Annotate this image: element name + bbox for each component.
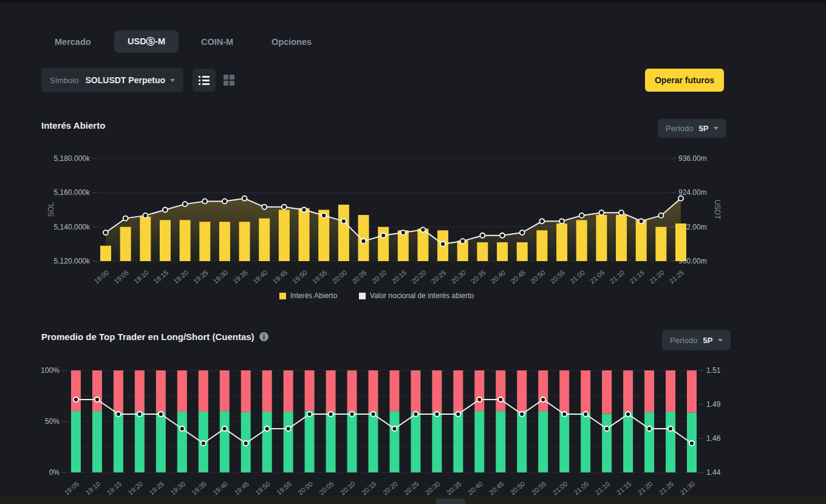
- svg-text:19:15: 19:15: [152, 268, 169, 285]
- period-value: 5P: [699, 124, 709, 133]
- top-trader-period-select[interactable]: Período 5P: [662, 330, 731, 350]
- svg-text:5,120.000k: 5,120.000k: [54, 257, 90, 265]
- svg-text:20:25: 20:25: [430, 268, 448, 285]
- top-trader-chart[interactable]: 100%50%0%1.511.491.461.4419:0519:1019:15…: [0, 361, 753, 504]
- legend-item-open-interest[interactable]: Interés Abierto: [279, 291, 337, 300]
- symbol-select[interactable]: Símbolo SOLUSDT Perpetuo: [41, 68, 183, 92]
- x-axis-labels: 19:0019:0519:1019:1519:2019:2519:3019:35…: [92, 268, 685, 285]
- trade-futures-button[interactable]: Operar futuros: [645, 69, 724, 92]
- svg-text:20:20: 20:20: [381, 480, 399, 496]
- tab-opciones[interactable]: Opciones: [271, 30, 312, 53]
- svg-text:19:35: 19:35: [231, 268, 249, 285]
- notional-area: [106, 199, 681, 261]
- svg-text:19:25: 19:25: [148, 480, 165, 496]
- svg-text:20:45: 20:45: [509, 268, 527, 285]
- legend-swatch-yellow: [279, 293, 286, 299]
- open-interest-title-text: Interés Abierto: [41, 120, 105, 131]
- tab-mercado[interactable]: Mercado: [55, 30, 91, 53]
- svg-text:21:25: 21:25: [667, 268, 685, 285]
- top-trader-title-text: Promedio de Top Trader en Long/Short (Cu…: [41, 332, 254, 342]
- period-value: 5P: [703, 336, 713, 345]
- svg-text:19:15: 19:15: [105, 480, 123, 496]
- svg-text:20:05: 20:05: [318, 480, 335, 496]
- svg-text:19:55: 19:55: [275, 480, 293, 496]
- svg-text:1.51: 1.51: [706, 366, 721, 375]
- svg-text:20:00: 20:00: [296, 480, 314, 496]
- svg-text:1.49: 1.49: [706, 400, 721, 409]
- svg-text:20:40: 20:40: [466, 480, 484, 496]
- chevron-down-icon: [714, 127, 718, 130]
- svg-text:21:25: 21:25: [658, 480, 675, 496]
- svg-text:1.44: 1.44: [706, 468, 721, 477]
- svg-text:20:55: 20:55: [530, 480, 548, 496]
- svg-text:50%: 50%: [45, 417, 60, 426]
- svg-text:20:40: 20:40: [490, 268, 507, 285]
- svg-text:20:50: 20:50: [509, 480, 527, 496]
- svg-text:19:50: 19:50: [254, 480, 271, 496]
- info-icon[interactable]: [259, 332, 268, 341]
- info-glyph: [261, 334, 267, 339]
- svg-text:21:20: 21:20: [648, 268, 666, 285]
- next-section-peek: [0, 495, 826, 504]
- svg-text:19:25: 19:25: [192, 268, 210, 285]
- legend-label: Valor nocional de interés abierto: [370, 291, 474, 300]
- period-label: Período: [670, 336, 698, 345]
- period-label: Período: [666, 124, 694, 133]
- svg-text:19:05: 19:05: [63, 480, 80, 496]
- svg-text:20:30: 20:30: [449, 268, 467, 285]
- svg-text:20:15: 20:15: [390, 268, 408, 285]
- svg-text:20:25: 20:25: [403, 480, 420, 496]
- svg-text:1.46: 1.46: [706, 434, 721, 443]
- svg-text:19:20: 19:20: [126, 480, 144, 496]
- svg-text:19:10: 19:10: [84, 480, 101, 496]
- svg-text:21:20: 21:20: [637, 480, 654, 496]
- svg-text:19:45: 19:45: [271, 268, 288, 285]
- symbol-label: Símbolo: [50, 76, 79, 85]
- svg-text:20:35: 20:35: [445, 480, 463, 496]
- grid-view-button[interactable]: [220, 72, 237, 89]
- open-interest-period-select[interactable]: Período 5P: [658, 119, 726, 138]
- legend-item-notional[interactable]: Valor nocional de interés abierto: [359, 291, 474, 300]
- svg-text:5,140.000k: 5,140.000k: [54, 223, 90, 231]
- svg-text:20:35: 20:35: [469, 268, 487, 285]
- svg-text:21:30: 21:30: [678, 480, 696, 496]
- svg-text:21:05: 21:05: [589, 268, 606, 285]
- legend-swatch-white: [359, 293, 366, 299]
- symbol-value: SOLUSDT Perpetuo: [86, 75, 165, 85]
- svg-text:19:35: 19:35: [190, 480, 208, 496]
- tab-usds-m[interactable]: USDⓈ-M: [114, 30, 179, 53]
- svg-text:19:00: 19:00: [92, 268, 110, 285]
- svg-text:19:05: 19:05: [112, 268, 130, 285]
- svg-text:100%: 100%: [41, 366, 60, 375]
- top-trader-title: Promedio de Top Trader en Long/Short (Cu…: [41, 332, 268, 342]
- svg-text:20:20: 20:20: [410, 268, 428, 285]
- right-axis-name: USDT: [713, 200, 722, 220]
- list-icon: [199, 75, 210, 85]
- svg-text:20:55: 20:55: [549, 268, 567, 285]
- svg-text:19:45: 19:45: [233, 480, 250, 496]
- svg-text:936.00m: 936.00m: [678, 154, 707, 163]
- chevron-down-icon: [170, 79, 175, 82]
- open-interest-legend: Interés Abierto Valor nocional de interé…: [0, 291, 753, 300]
- tab-coin-m[interactable]: COIN-M: [201, 30, 233, 53]
- list-view-button[interactable]: [193, 69, 216, 92]
- svg-text:924.00m: 924.00m: [678, 188, 707, 197]
- svg-text:21:05: 21:05: [573, 480, 590, 496]
- svg-text:20:45: 20:45: [488, 480, 505, 496]
- bottom-handle: [435, 499, 465, 504]
- svg-text:20:50: 20:50: [529, 268, 547, 285]
- svg-text:20:00: 20:00: [330, 268, 348, 285]
- left-axis-name: SOL: [47, 202, 55, 217]
- svg-text:19:10: 19:10: [132, 268, 150, 285]
- legend-label: Interés Abierto: [290, 291, 337, 300]
- svg-text:20:15: 20:15: [360, 480, 378, 496]
- chevron-down-icon: [718, 339, 723, 342]
- svg-text:21:10: 21:10: [594, 480, 612, 496]
- svg-text:21:15: 21:15: [615, 480, 633, 496]
- svg-text:19:30: 19:30: [169, 480, 186, 496]
- svg-text:19:50: 19:50: [291, 268, 309, 285]
- svg-text:20:10: 20:10: [370, 268, 388, 285]
- svg-text:21:15: 21:15: [628, 268, 646, 285]
- open-interest-chart[interactable]: 5,180.000k936.00m5,160.000k924.00m5,140.…: [0, 146, 753, 288]
- svg-text:20:30: 20:30: [424, 480, 442, 496]
